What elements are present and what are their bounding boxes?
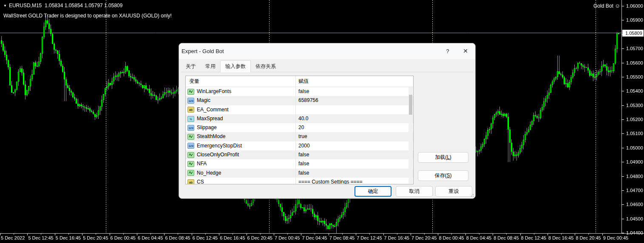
ok-button[interactable]: 确定 [355, 186, 392, 197]
ea-comment-text: WallStreet GOLD Trader is designed to op… [3, 13, 172, 19]
param-value[interactable]: false [296, 159, 413, 168]
param-value[interactable]: 40.0 [296, 114, 413, 123]
int-type-icon: 123 [187, 143, 194, 149]
param-name: StealthMode [197, 132, 225, 141]
table-scrollbar[interactable] [409, 87, 413, 184]
accel-key: L [447, 154, 450, 160]
time-axis-label: 5 Dec 16:45 [56, 235, 81, 240]
param-row-Magic[interactable]: 123Magic6589756 [186, 96, 413, 105]
time-axis-label: 8 Dec 16:45 [548, 235, 573, 240]
param-value[interactable]: 20 [296, 123, 413, 132]
price-axis-label: 1.05300 [626, 102, 643, 108]
param-row-CloseOnlyOnProfit[interactable]: CloseOnlyOnProfitfalse [186, 150, 413, 159]
ea-badge: Gold Bot☺ [593, 3, 620, 9]
param-row-NFA[interactable]: NFAfalse [186, 159, 413, 168]
load-button[interactable]: 加载(L) [418, 152, 468, 163]
price-axis-label: 1.04500 [626, 216, 643, 222]
param-name: CS [197, 178, 204, 184]
table-header-row: 变量 赋值 [186, 76, 413, 87]
accel-key: S [446, 172, 450, 178]
reset-button[interactable]: 重设 [435, 186, 472, 197]
price-axis-label: 1.05000 [626, 145, 643, 151]
param-name: Magic [197, 96, 210, 105]
time-axis-label: 6 Dec 16:45 [220, 235, 245, 240]
param-row-No_Hedge[interactable]: No_Hedgefalse [186, 169, 413, 178]
dialog-titlebar[interactable]: Expert - Gold Bot ? ✕ [179, 43, 475, 59]
param-row-MaxSpread[interactable]: ½MaxSpread40.0 [186, 114, 413, 123]
time-axis-label: 6 Dec 12:45 [193, 235, 218, 240]
price-axis-label: 1.04600 [626, 201, 643, 207]
param-value[interactable]: true [296, 132, 413, 141]
param-name: Slippage [197, 123, 217, 132]
bool-type-icon [187, 170, 194, 176]
time-axis-label: 6 Dec 00:45 [111, 235, 136, 240]
param-value[interactable]: false [296, 87, 413, 96]
price-axis-label: 1.04700 [626, 187, 643, 193]
time-axis-label: 8 Dec 12:45 [521, 235, 546, 240]
price-axis-label: 1.05200 [626, 116, 643, 122]
param-name: NFA [197, 159, 207, 168]
cancel-button[interactable]: 取消 [396, 186, 433, 197]
param-row-Slippage[interactable]: 123Slippage20 [186, 123, 413, 132]
tab-common[interactable]: 常用 [201, 61, 220, 72]
bool-type-icon [187, 89, 194, 95]
tab-inputs[interactable]: 输入参数 [220, 60, 251, 72]
time-axis-label: 7 Dec 00:45 [275, 235, 300, 240]
param-row-EmergencyStopDist[interactable]: 123EmergencyStopDist2000 [186, 141, 413, 150]
current-price-tag: 1.05809 [622, 30, 644, 37]
param-name: EA_Comment [197, 105, 229, 114]
table-header-variable: 变量 [186, 76, 296, 87]
time-axis-label: 7 Dec 12:45 [357, 235, 382, 240]
price-axis-label: 1.06000 [626, 3, 643, 9]
symbol-ohlc-line: ▼EURUSD,M15 1.05834 1.05854 1.05797 1.05… [3, 3, 122, 8]
price-axis-label: 1.04800 [626, 173, 643, 179]
bool-type-icon [187, 161, 194, 167]
param-value[interactable] [296, 105, 413, 114]
bool-type-icon [187, 134, 194, 140]
help-button[interactable]: ? [442, 47, 454, 56]
param-value[interactable]: ==== Custom Settings ==== [296, 178, 413, 184]
param-name: WinLargeFonts [197, 87, 231, 96]
save-button[interactable]: 保存(S) [418, 170, 468, 181]
param-row-EA_Comment[interactable]: abEA_Comment [186, 105, 413, 114]
time-axis-label: 6 Dec 04:45 [138, 235, 163, 240]
price-axis-label: 1.04400 [626, 230, 643, 236]
param-value[interactable]: 6589756 [296, 96, 413, 105]
time-axis-label: 5 Dec 12:45 [28, 235, 53, 240]
time-axis-label: 7 Dec 04:45 [302, 235, 327, 240]
time-axis-label: 8 Dec 08:45 [494, 235, 519, 240]
time-axis-label: 8 Dec 04:45 [466, 235, 491, 240]
param-row-CS[interactable]: abCS==== Custom Settings ==== [186, 178, 413, 184]
bool-type-icon [187, 152, 194, 158]
table-body: WinLargeFontsfalse123Magic6589756abEA_Co… [186, 87, 413, 184]
price-axis-label: 1.05700 [626, 45, 643, 51]
mt4-terminal: ▼EURUSD,M15 1.05834 1.05854 1.05797 1.05… [0, 0, 644, 243]
price-axis-label: 1.04900 [626, 159, 643, 165]
param-value[interactable]: 2000 [296, 141, 413, 150]
string-type-icon: ab [187, 107, 194, 113]
time-axis-label: 6 Dec 08:45 [165, 235, 190, 240]
symbol-timeframe: EURUSD,M15 [9, 3, 42, 8]
tab-dependencies[interactable]: 依存关系 [251, 61, 281, 72]
time-axis-label: 6 Dec 20:45 [247, 235, 272, 240]
tab-about[interactable]: 关于 [181, 61, 201, 72]
chart-dropdown-icon[interactable]: ▼ [3, 4, 7, 8]
inputs-table: 变量 赋值 WinLargeFontsfalse123Magic6589756a… [185, 76, 414, 184]
scrollbar-thumb[interactable] [409, 95, 412, 115]
param-row-WinLargeFonts[interactable]: WinLargeFontsfalse [186, 87, 413, 96]
dialog-tabbar: 关于常用输入参数依存关系 [181, 60, 473, 72]
table-header-value: 赋值 [296, 76, 413, 87]
param-name: No_Hedge [197, 169, 221, 178]
time-axis-label: 5 Dec 20:45 [83, 235, 108, 240]
param-value[interactable]: false [296, 169, 413, 178]
time-axis-label: 7 Dec 20:45 [411, 235, 437, 240]
price-axis-label: 1.05500 [626, 74, 643, 80]
param-value[interactable]: false [296, 150, 413, 159]
close-button[interactable]: ✕ [460, 47, 471, 56]
dialog-title: Expert - Gold Bot [182, 43, 224, 59]
param-row-StealthMode[interactable]: StealthModetrue [186, 132, 413, 141]
price-axis-label: 1.05400 [626, 88, 643, 94]
resize-grip-icon[interactable] [470, 193, 474, 197]
int-type-icon: 123 [187, 125, 194, 131]
param-name: EmergencyStopDist [197, 141, 242, 150]
